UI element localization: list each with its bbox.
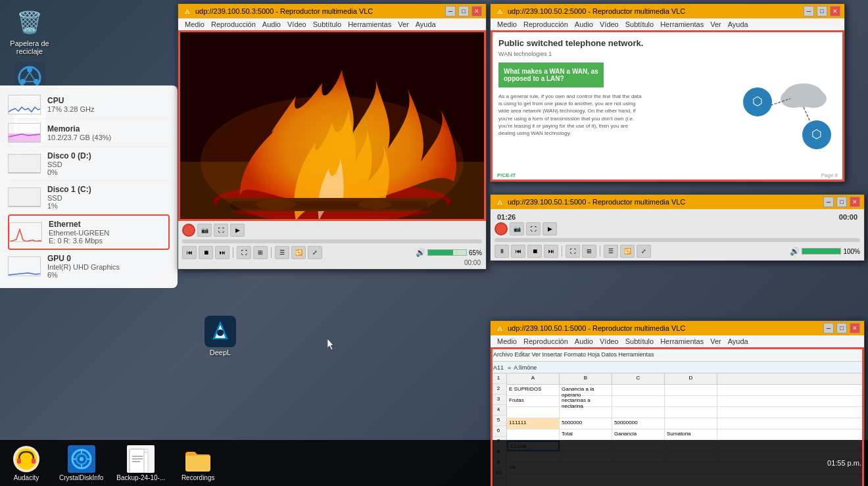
vlc1-aspect-btn[interactable]: ⊞ [253, 246, 268, 259]
gpu-monitor-item: GPU 0 Intel(R) UHD Graphics6% [8, 250, 170, 283]
sheet-row-4: 111111 5000000 50000000 [507, 418, 864, 429]
vlc1-extra-btn[interactable]: ▶ [230, 224, 245, 237]
vlc1-menu-ayuda[interactable]: Ayuda [413, 20, 439, 29]
vlc1-vol-bar[interactable] [427, 249, 467, 256]
vlc4-minimize-btn[interactable]: ─ [823, 323, 834, 333]
vlc3-extra-btn[interactable]: ▶ [542, 222, 557, 235]
vlc1-vol-fill [428, 250, 453, 255]
vlc1-video-area [178, 30, 486, 221]
vlc2-menu-reproduccion[interactable]: Reproducción [521, 20, 571, 29]
vlc1-screenshot-btn[interactable]: 📷 [197, 224, 212, 237]
svg-point-35 [499, 12, 501, 14]
system-monitor: CPU 17% 3.28 GHz Memoria 10.2/23.7 GB (4… [0, 85, 178, 288]
audacity-taskbar-icon[interactable]: Audacity [7, 445, 46, 481]
vlc2-menu-ver[interactable]: Ver [708, 20, 724, 29]
vlc3-playlist-btn[interactable]: ☰ [604, 245, 618, 258]
cpu-monitor-item: CPU 17% 3.28 GHz [8, 91, 170, 119]
vlc1-close-btn[interactable]: ✕ [471, 6, 482, 16]
vlc2-menu-subtitulo[interactable]: Subtítulo [623, 20, 656, 29]
vlc1-controls: 📷 ⛶ ▶ ⏮ ⏹ ⏭ ⛶ ⊞ ☰ 🔁 ⤢ [178, 221, 486, 269]
vlc2-menu-ayuda[interactable]: Ayuda [725, 20, 751, 29]
vlc2-menu-medio[interactable]: Medio [494, 20, 519, 29]
vlc1-stop-btn[interactable]: ⏹ [199, 246, 213, 259]
taskbar-time: 01:55 p.m. [827, 459, 861, 467]
vlc3-next-btn[interactable]: ⏭ [544, 245, 558, 258]
vlc1-seek-bar[interactable] [182, 239, 482, 243]
ethernet-monitor-item: Ethernet Ethernet-UGREENE: 0 R: 3.6 Mbps [8, 214, 170, 250]
vlc1-menu-video[interactable]: Vídeo [285, 20, 309, 29]
vlc2-menu-video[interactable]: Vídeo [597, 20, 621, 29]
deepl-icon[interactable]: DeepL [197, 316, 243, 356]
vlc1-volume-label: 65% [469, 249, 482, 256]
vlc3-fullscreen-btn[interactable]: ⛶ [526, 222, 541, 235]
vlc1-menu-reproduccion[interactable]: Reproducción [208, 20, 258, 29]
vlc1-random-btn[interactable]: ⤢ [308, 246, 322, 259]
vlc1-menu-audio[interactable]: Audio [260, 20, 283, 29]
disco1-monitor-item: Disco 1 (C:) SSD1% [8, 181, 170, 214]
vlc1-record-btn[interactable] [182, 224, 195, 237]
vlc1-fullscreen-btn[interactable]: ⛶ [214, 224, 228, 237]
vlc4-titlebar: udp://239.100.50.1:5000 - Reproductor mu… [491, 321, 864, 335]
vlc3-stop-btn[interactable]: ⏹ [527, 245, 542, 258]
svg-point-3 [20, 79, 26, 84]
vlc3-seek-bar[interactable] [494, 238, 860, 242]
pres-network-diagram: ⬡ ⬡ [731, 62, 836, 183]
vlc1-fullscreen2-btn[interactable]: ⛶ [237, 246, 251, 259]
vlc1-menu-herramientas[interactable]: Herramientas [345, 20, 394, 29]
vlc3-play-btn[interactable]: ⏸ [494, 245, 509, 258]
vlc-window-1: udp://239.100.50.3:5000 - Reproductor mu… [178, 3, 487, 270]
vlc3-close-btn[interactable]: ✕ [850, 197, 860, 207]
vlc4-menu-ver[interactable]: Ver [708, 337, 724, 346]
svg-rect-70 [132, 461, 140, 462]
vlc3-prev-btn[interactable]: ⏮ [511, 245, 525, 258]
vlc3-volume: 🔊 100% [790, 247, 860, 256]
vlc3-aspect-btn[interactable]: ⊞ [582, 245, 596, 258]
svg-point-50 [499, 329, 501, 331]
vlc2-minimize-btn[interactable]: ─ [804, 6, 814, 16]
vlc1-menu-ver[interactable]: Ver [395, 20, 412, 29]
vlc3-record-btn[interactable] [494, 222, 508, 235]
vlc4-maximize-btn[interactable]: □ [836, 323, 847, 333]
vlc2-maximize-btn[interactable]: □ [817, 6, 827, 16]
vlc3-maximize-btn[interactable]: □ [836, 197, 847, 207]
vlc2-close-btn[interactable]: ✕ [830, 6, 840, 16]
vlc1-next-btn[interactable]: ⏭ [215, 246, 229, 259]
svg-point-59 [80, 457, 84, 461]
vlc3-random-btn[interactable]: ⤢ [637, 245, 651, 258]
vlc1-prev-btn[interactable]: ⏮ [182, 246, 197, 259]
svg-line-44 [804, 107, 810, 122]
vlc1-loop-btn[interactable]: 🔁 [291, 246, 306, 259]
vlc2-menu-herramientas[interactable]: Herramientas [658, 20, 706, 29]
vlc4-menu-herramientas[interactable]: Herramientas [658, 337, 706, 346]
vlc4-menu-subtitulo[interactable]: Subtítulo [623, 337, 656, 346]
vlc2-menubar: Medio Reproducción Audio Vídeo Subtítulo… [491, 18, 844, 30]
vlc2-menu-audio[interactable]: Audio [572, 20, 596, 29]
recordings-taskbar-icon[interactable]: Recordings [178, 445, 218, 481]
vlc4-menu-reproduccion[interactable]: Reproducción [521, 337, 571, 346]
vlc4-menu-ayuda[interactable]: Ayuda [725, 337, 751, 346]
vlc4-close-btn[interactable]: ✕ [850, 323, 860, 333]
svg-rect-21 [9, 188, 41, 207]
vlc4-menu-medio[interactable]: Medio [494, 337, 519, 346]
vlc3-fullscreen2-btn[interactable]: ⛶ [566, 245, 580, 258]
vlc1-maximize-btn[interactable]: □ [458, 6, 469, 16]
vlc1-playlist-btn[interactable]: ☰ [275, 246, 289, 259]
vlc4-menu-audio[interactable]: Audio [572, 337, 596, 346]
vlc1-minimize-btn[interactable]: ─ [445, 6, 456, 16]
vlc4-menu-video[interactable]: Vídeo [597, 337, 621, 346]
pres-subtitle: WAN technologies 1 [498, 51, 836, 57]
vlc2-presentation-content: Public switched telephone network. WAN t… [491, 30, 844, 182]
vlc1-menubar: Medio Reproducción Audio Vídeo Subtítulo… [178, 18, 486, 30]
crystaldiskinfo-taskbar-icon[interactable]: CrystalDiskInfo [59, 445, 103, 481]
recycle-bin-icon[interactable]: 🗑️ Papelera de reciclaje [7, 7, 53, 55]
vlc1-menu-medio[interactable]: Medio [182, 20, 207, 29]
vlc3-loop-btn[interactable]: 🔁 [620, 245, 635, 258]
vlc1-time-row: 00:00 [182, 259, 482, 266]
vlc3-screenshot-btn[interactable]: 📷 [510, 222, 524, 235]
vlc1-menu-subtitulo[interactable]: Subtítulo [310, 20, 344, 29]
vlc3-vol-bar[interactable] [802, 248, 841, 255]
sheet-toolbar: Archivo Editar Ver Insertar Formato Hoja… [491, 347, 864, 362]
sheet-row-1: E SUPRIDOS Ganancia a la operario [507, 385, 864, 396]
backup-taskbar-icon[interactable]: Backup-24-10-... [116, 445, 165, 481]
vlc3-minimize-btn[interactable]: ─ [823, 197, 834, 207]
